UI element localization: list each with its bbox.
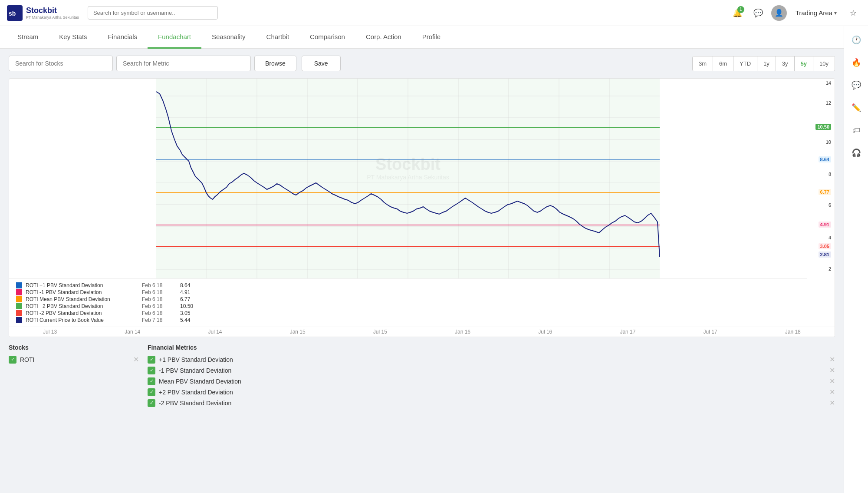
x-label-jan14: Jan 14 bbox=[125, 329, 140, 335]
app-name: Stockbit bbox=[26, 6, 57, 15]
legend-date-1: Feb 6 18 bbox=[142, 282, 177, 288]
tab-financials[interactable]: Financials bbox=[98, 26, 148, 49]
legend-row-1: ROTI +1 PBV Standard Deviation Feb 6 18 … bbox=[16, 282, 800, 288]
stocks-panel-title: Stocks bbox=[9, 344, 139, 351]
notifications-button[interactable]: 🔔 1 bbox=[730, 5, 745, 21]
avatar-icon: 👤 bbox=[775, 9, 783, 17]
browse-button[interactable]: Browse bbox=[254, 56, 296, 71]
legend-date-3: Feb 6 18 bbox=[142, 296, 177, 302]
legend-color-4 bbox=[16, 303, 22, 309]
stock-checkbox-roti[interactable]: ✓ bbox=[9, 356, 16, 364]
chart-container: Stockbit PT Mahakarya Artha Sekuritas RO… bbox=[9, 78, 835, 337]
metric-remove-4[interactable]: ✕ bbox=[829, 388, 835, 396]
time-5y-button[interactable]: 5y bbox=[795, 56, 813, 71]
legend-name-5: ROTI -2 PBV Standard Deviation bbox=[26, 310, 138, 316]
logo-icon: sb bbox=[7, 5, 23, 21]
legend-val-3: 6.77 bbox=[180, 296, 190, 302]
metric-item-5: ✓ -2 PBV Standard Deviation ✕ bbox=[148, 399, 835, 407]
legend-val-2: 4.91 bbox=[180, 289, 190, 295]
global-search-input[interactable] bbox=[88, 6, 218, 20]
time-3m-button[interactable]: 3m bbox=[693, 56, 713, 71]
y-label-14: 14 bbox=[826, 80, 831, 86]
navbar: sb Stockbit PT Mahakarya Artha Sekuritas… bbox=[0, 0, 868, 26]
y-label-864: 8.64 bbox=[819, 156, 831, 162]
tab-bar: Stream Key Stats Financials Fundachart S… bbox=[0, 26, 868, 49]
bottom-panels: Stocks ✓ ROTI ✕ Financial Metrics ✓ +1 P… bbox=[9, 344, 835, 410]
app-subtitle: PT Mahakarya Artha Sekuritas bbox=[26, 15, 79, 20]
time-6m-button[interactable]: 6m bbox=[713, 56, 733, 71]
x-label-jul15: Jul 15 bbox=[373, 329, 387, 335]
legend-row-4: ROTI +2 PBV Standard Deviation Feb 6 18 … bbox=[16, 303, 800, 309]
tab-chartbit[interactable]: Chartbit bbox=[256, 26, 300, 49]
tab-profile[interactable]: Profile bbox=[412, 26, 451, 49]
search-metric-input[interactable] bbox=[116, 56, 251, 71]
legend-name-2: ROTI -1 PBV Standard Deviation bbox=[26, 289, 138, 295]
x-label-jan17: Jan 17 bbox=[620, 329, 635, 335]
metric-checkbox-2[interactable]: ✓ bbox=[148, 367, 155, 374]
star-icon: ☆ bbox=[850, 8, 857, 18]
side-chat-icon[interactable]: 💬 bbox=[849, 78, 863, 92]
side-stamp-icon[interactable]: 🏷 bbox=[849, 123, 863, 137]
tab-stream[interactable]: Stream bbox=[7, 26, 49, 49]
time-ytd-button[interactable]: YTD bbox=[733, 56, 757, 71]
legend-val-1: 8.64 bbox=[180, 282, 190, 288]
metric-remove-3[interactable]: ✕ bbox=[829, 377, 835, 385]
main-content: Browse Save 3m 6m YTD 1y 3y 5y 10y bbox=[0, 49, 844, 418]
x-label-jul14: Jul 14 bbox=[208, 329, 222, 335]
logo-area[interactable]: sb Stockbit PT Mahakarya Artha Sekuritas bbox=[7, 5, 79, 21]
metrics-panel-title: Financial Metrics bbox=[148, 344, 835, 351]
metric-item-1: ✓ +1 PBV Standard Deviation ✕ bbox=[148, 355, 835, 364]
legend-val-4: 10.50 bbox=[180, 303, 193, 309]
message-button[interactable]: 💬 bbox=[750, 5, 766, 21]
metric-item-3: ✓ Mean PBV Standard Deviation ✕ bbox=[148, 377, 835, 385]
trading-area-button[interactable]: Trading Area ▾ bbox=[792, 7, 840, 18]
legend-val-5: 3.05 bbox=[180, 310, 190, 316]
side-fire-icon[interactable]: 🔥 bbox=[849, 56, 863, 69]
star-button[interactable]: ☆ bbox=[845, 5, 861, 21]
time-3y-button[interactable]: 3y bbox=[776, 56, 795, 71]
legend-color-3 bbox=[16, 296, 22, 302]
side-panel: 🕐 🔥 💬 ✏️ 🏷 🎧 bbox=[844, 26, 868, 418]
metric-name-3: Mean PBV Standard Deviation bbox=[159, 378, 826, 385]
side-pencil-icon[interactable]: ✏️ bbox=[849, 101, 863, 115]
chart-area[interactable]: Stockbit PT Mahakarya Artha Sekuritas RO… bbox=[9, 79, 807, 327]
legend-date-2: Feb 6 18 bbox=[142, 289, 177, 295]
metric-remove-5[interactable]: ✕ bbox=[829, 399, 835, 407]
time-10y-button[interactable]: 10y bbox=[813, 56, 835, 71]
trading-area-label: Trading Area bbox=[796, 9, 832, 17]
metric-name-4: +2 PBV Standard Deviation bbox=[159, 389, 826, 396]
side-headphone-icon[interactable]: 🎧 bbox=[849, 146, 863, 160]
save-button[interactable]: Save bbox=[302, 56, 341, 71]
metric-remove-1[interactable]: ✕ bbox=[829, 355, 835, 364]
stock-name-roti: ROTI bbox=[20, 356, 34, 363]
metric-name-1: +1 PBV Standard Deviation bbox=[159, 356, 826, 363]
time-1y-button[interactable]: 1y bbox=[757, 56, 776, 71]
y-label-8: 8 bbox=[829, 172, 831, 177]
tab-comparison[interactable]: Comparison bbox=[299, 26, 355, 49]
metric-checkbox-5[interactable]: ✓ bbox=[148, 399, 155, 407]
metric-remove-2[interactable]: ✕ bbox=[829, 366, 835, 374]
legend-name-1: ROTI +1 PBV Standard Deviation bbox=[26, 282, 138, 288]
user-avatar[interactable]: 👤 bbox=[771, 5, 787, 21]
tab-seasonality[interactable]: Seasonality bbox=[201, 26, 256, 49]
legend-color-2 bbox=[16, 289, 22, 295]
x-label-jul16: Jul 16 bbox=[538, 329, 552, 335]
tab-key-stats[interactable]: Key Stats bbox=[49, 26, 97, 49]
stock-remove-roti[interactable]: ✕ bbox=[133, 355, 139, 364]
metric-item-2: ✓ -1 PBV Standard Deviation ✕ bbox=[148, 366, 835, 374]
tab-corp-action[interactable]: Corp. Action bbox=[355, 26, 412, 49]
tab-fundachart[interactable]: Fundachart bbox=[148, 26, 201, 49]
side-clock-icon[interactable]: 🕐 bbox=[849, 33, 863, 47]
y-label-2: 2 bbox=[829, 266, 831, 271]
x-label-jan15: Jan 15 bbox=[290, 329, 306, 335]
metric-checkbox-1[interactable]: ✓ bbox=[148, 356, 155, 364]
metric-checkbox-3[interactable]: ✓ bbox=[148, 377, 155, 385]
metric-checkbox-4[interactable]: ✓ bbox=[148, 388, 155, 396]
y-label-12: 12 bbox=[826, 100, 831, 106]
stocks-panel: Stocks ✓ ROTI ✕ bbox=[9, 344, 139, 410]
y-label-305: 3.05 bbox=[819, 243, 831, 249]
legend-color-6 bbox=[16, 317, 22, 323]
metric-name-2: -1 PBV Standard Deviation bbox=[159, 367, 826, 374]
search-stocks-input[interactable] bbox=[9, 56, 113, 71]
metric-item-4: ✓ +2 PBV Standard Deviation ✕ bbox=[148, 388, 835, 396]
